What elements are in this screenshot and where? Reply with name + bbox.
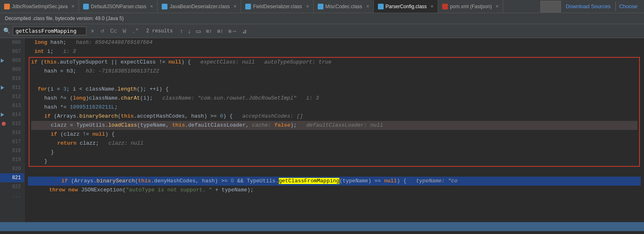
regex-icon: .* bbox=[130, 27, 140, 35]
code-line-814: if (Arrays.binarySearch(this.acceptHashC… bbox=[31, 112, 637, 121]
code-line-815: clazz = TypeUtils.loadClass(typeName, th… bbox=[31, 121, 637, 130]
tab-bar: JdbcRowSetImplSec.java ✕ DefaultJSONPars… bbox=[0, 0, 644, 13]
tab-javabeandeserializer[interactable]: JavaBeanDeserializer.class ✕ bbox=[158, 0, 241, 13]
code-line-819: } bbox=[31, 157, 637, 166]
line-816: 816 bbox=[0, 128, 24, 137]
tab-close-icon[interactable]: ✕ bbox=[71, 4, 75, 9]
tab-label: DefaultJSONParser.class bbox=[91, 4, 146, 9]
line-807: 807 bbox=[0, 47, 24, 56]
line-810: 810 bbox=[0, 74, 24, 83]
code-line-812: hash ^= (long)className.charAt(i); class… bbox=[31, 94, 637, 103]
code-line-821: if (Arrays.binarySearch(this.denyHashCod… bbox=[28, 177, 641, 186]
line-812: 812 bbox=[0, 92, 24, 101]
bookmark-icon bbox=[1, 86, 4, 90]
word-match-icon: W bbox=[121, 27, 128, 35]
tab-label: MiscCodec.class bbox=[325, 4, 362, 9]
tab-fielddeserializer[interactable]: FieldDeserializer.class ✕ bbox=[241, 0, 313, 13]
bookmark-icon bbox=[1, 59, 4, 63]
class-file-icon bbox=[378, 4, 384, 9]
tab-close-icon[interactable]: ✕ bbox=[306, 4, 309, 9]
class-file-icon bbox=[318, 4, 323, 9]
code-line-811: for(i = 3; i < className.length(); ++i) … bbox=[31, 85, 637, 94]
search-input[interactable] bbox=[13, 27, 86, 35]
prev-result-button[interactable]: ↺ bbox=[99, 27, 106, 35]
line-819: 819 bbox=[0, 155, 24, 164]
clear-search-button[interactable]: ✕ bbox=[89, 27, 96, 35]
line-811: 811 bbox=[0, 83, 24, 92]
tab-defaultjsonparser[interactable]: DefaultJSONParser.class ✕ bbox=[79, 0, 158, 13]
tab-misccodec[interactable]: MiscCodec.class ✕ bbox=[314, 0, 374, 13]
code-line-807: int i; i: 3 bbox=[28, 47, 641, 56]
options-button[interactable]: ⊿ bbox=[240, 27, 249, 35]
line-815: 815 bbox=[0, 119, 24, 128]
tab-close-icon[interactable]: ✕ bbox=[366, 4, 369, 9]
code-editor: 806 807 808 809 810 811 812 813 814 815 … bbox=[0, 38, 644, 222]
line-818: 818 bbox=[0, 146, 24, 155]
line-820: 820 bbox=[0, 164, 24, 173]
class-file-icon bbox=[162, 4, 167, 9]
tab-label: FieldDeserializer.class bbox=[253, 4, 302, 9]
line-806: 806 bbox=[0, 38, 24, 47]
code-line-820 bbox=[28, 168, 641, 177]
class-file-icon bbox=[83, 4, 89, 9]
search-icon: 🔍 bbox=[3, 27, 10, 34]
bottom-bar bbox=[0, 222, 644, 231]
line-823: ... bbox=[0, 191, 24, 200]
red-outline-block: if (this.autoTypeSupport || expectClass … bbox=[29, 57, 640, 167]
code-line-817: return clazz; clazz: null bbox=[31, 139, 637, 148]
line-number-gutter: 806 807 808 809 810 811 812 813 814 815 … bbox=[0, 38, 25, 222]
filter-button[interactable]: ≡↑ bbox=[204, 27, 214, 35]
tab-jdbcrowsetimplsec[interactable]: JdbcRowSetImplSec.java ✕ bbox=[0, 0, 79, 13]
align-button[interactable]: ≡→ bbox=[226, 27, 239, 35]
tab-label: JavaBeanDeserializer.class bbox=[169, 4, 230, 9]
next-occurrence-button[interactable]: ↑ bbox=[179, 27, 185, 35]
notification-text: Decompiled .class file, bytecode version… bbox=[5, 16, 124, 21]
java-file-icon bbox=[4, 4, 10, 9]
tab-parserconfig[interactable]: ParserConfig.class ✕ bbox=[374, 0, 438, 13]
code-line-813: hash *= 1099511628211L; bbox=[31, 103, 637, 112]
tab-close-icon[interactable]: ✕ bbox=[430, 4, 434, 9]
line-817: 817 bbox=[0, 137, 24, 146]
code-line-818: } bbox=[31, 148, 637, 157]
toolbar-right: Download Sources Choose bbox=[540, 0, 644, 13]
tab-pomxml[interactable]: pom.xml (Fastjson) ✕ bbox=[438, 0, 503, 13]
download-sources-button[interactable]: Download Sources bbox=[563, 2, 614, 11]
prev-occurrence-button[interactable]: ↓ bbox=[186, 27, 192, 35]
code-line-809: hash = h3; h3: -719183851066137122 bbox=[31, 67, 637, 76]
tab-label: pom.xml (Fastjson) bbox=[450, 4, 492, 9]
notification-bar: Decompiled .class file, bytecode version… bbox=[0, 13, 644, 24]
class-file-icon bbox=[245, 4, 251, 9]
code-line-810 bbox=[31, 76, 637, 85]
tab-label: ParserConfig.class bbox=[386, 4, 427, 9]
tab-close-icon[interactable]: ✕ bbox=[495, 4, 499, 9]
line-814: 814 bbox=[0, 110, 24, 119]
xml-file-icon bbox=[442, 4, 448, 9]
line-809: 809 bbox=[0, 65, 24, 74]
line-822: 822 bbox=[0, 182, 24, 191]
highlight-button[interactable]: ▭ bbox=[194, 27, 203, 35]
line-808: 808 bbox=[0, 56, 24, 65]
bookmark-icon bbox=[1, 113, 4, 117]
code-content[interactable]: long hash; hash: 850424488769107664 int … bbox=[25, 38, 644, 222]
tab-close-icon[interactable]: ✕ bbox=[150, 4, 153, 9]
line-813: 813 bbox=[0, 101, 24, 110]
tab-label: JdbcRowSetImplSec.java bbox=[12, 4, 68, 9]
file-thumbnail bbox=[540, 1, 561, 12]
line-821: 821 bbox=[0, 173, 24, 182]
code-line-808: if (this.autoTypeSupport || expectClass … bbox=[31, 58, 637, 67]
filter2-button[interactable]: ≡↑ bbox=[215, 27, 225, 35]
choose-button[interactable]: Choose bbox=[615, 2, 641, 11]
search-bar: 🔍 ✕ ↺ Cc W .* 2 results ↑ ↓ ▭ ≡↑ ≡↑ ≡→ ⊿ bbox=[0, 24, 644, 38]
case-sensitive-icon: Cc bbox=[108, 27, 119, 35]
breakpoint-icon bbox=[2, 122, 6, 126]
code-line-816: if (clazz != null) { bbox=[31, 130, 637, 139]
tab-close-icon[interactable]: ✕ bbox=[233, 4, 237, 9]
search-nav-icons: ↑ ↓ ▭ ≡↑ ≡↑ ≡→ ⊿ bbox=[179, 27, 249, 35]
code-line-806: long hash; hash: 850424488769107664 bbox=[28, 38, 641, 47]
code-line-822: throw new JSONException("autoType is not… bbox=[28, 186, 641, 195]
results-count: 2 results bbox=[143, 28, 176, 34]
